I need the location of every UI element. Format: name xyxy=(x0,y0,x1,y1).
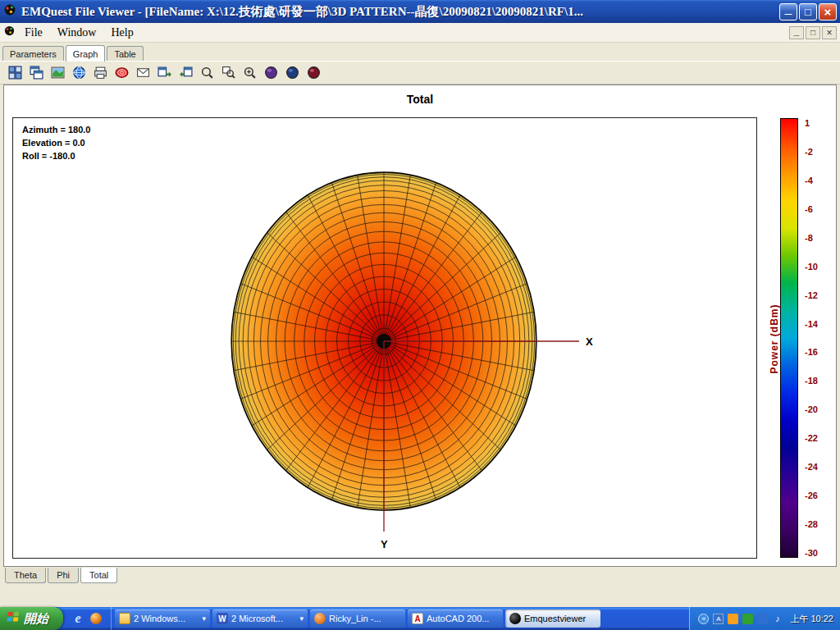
annotation-elevation: Elevation = 0.0 xyxy=(22,136,90,149)
colorbar-tick: -4 xyxy=(805,176,813,185)
word-icon xyxy=(217,613,228,624)
colorbar-tick: -26 xyxy=(805,491,818,500)
view-tabstrip: Parameters Graph Table xyxy=(0,43,840,61)
cascade-windows-icon[interactable] xyxy=(26,63,46,83)
antivirus-icon[interactable] xyxy=(742,614,753,624)
colorbar-tick-labels: 1-2-4-6-8-10-12-14-16-18-20-22-24-26-28-… xyxy=(805,123,836,553)
document-icon xyxy=(3,25,16,40)
taskbar-clock[interactable]: 上午 10:22 xyxy=(790,613,833,625)
x-axis-label: X xyxy=(586,336,593,348)
menu-bar: File Window Help xyxy=(0,23,840,43)
tile-windows-icon[interactable] xyxy=(5,63,25,83)
network-icon[interactable] xyxy=(757,614,768,624)
export-window-icon[interactable] xyxy=(154,63,174,83)
taskbar-button-messenger[interactable]: Ricky_Lin -... xyxy=(310,609,405,628)
tab-table[interactable]: Table xyxy=(107,46,143,62)
colorbar-tick: -24 xyxy=(805,462,818,472)
annotation-azimuth: Azimuth = 180.0 xyxy=(22,123,90,136)
colorbar-tick: -6 xyxy=(805,204,813,214)
mdi-window-controls xyxy=(788,26,837,39)
folder-icon xyxy=(119,613,130,624)
import-window-icon[interactable] xyxy=(176,63,195,83)
quick-launch: e xyxy=(63,607,112,630)
colorbar-tick: -12 xyxy=(805,290,818,300)
sphere-maroon-icon[interactable] xyxy=(304,63,323,83)
colorbar xyxy=(780,118,798,558)
tab-theta[interactable]: Theta xyxy=(5,568,46,583)
plot-frame: XY xyxy=(12,117,757,559)
colorbar-tick: 1 xyxy=(805,118,810,128)
print-icon[interactable] xyxy=(90,63,110,83)
mdi-close-button[interactable] xyxy=(822,26,837,39)
title-bar: EMQuest File Viewer - [FileName: X:\12.技… xyxy=(0,0,840,23)
colorbar-tick: -30 xyxy=(805,548,818,558)
plot-title: Total xyxy=(4,93,836,106)
system-tray: 上午 10:22 xyxy=(689,607,840,630)
close-button[interactable] xyxy=(819,3,837,21)
colorbar-tick: -18 xyxy=(805,376,818,386)
globe-icon[interactable] xyxy=(69,63,89,83)
colorbar-axis-label: Power (dBm) xyxy=(769,294,780,384)
zoom-icon[interactable] xyxy=(197,63,217,83)
maximize-button[interactable] xyxy=(799,3,817,21)
colorbar-tick: -2 xyxy=(805,147,813,157)
menu-help[interactable]: Help xyxy=(103,25,140,41)
colorbar-tick: -14 xyxy=(805,319,818,329)
plot-annotations: Azimuth = 180.0 Elevation = 0.0 Roll = -… xyxy=(22,123,90,162)
mail-icon[interactable] xyxy=(133,63,153,83)
annotation-roll: Roll = -180.0 xyxy=(22,149,90,162)
colorbar-tick: -10 xyxy=(805,262,818,272)
taskbar-button-label: Ricky_Lin -... xyxy=(329,614,401,623)
emquest-icon xyxy=(509,613,521,624)
taskbar-button-label: Emquestviewer xyxy=(524,614,596,623)
emquest-file-viewer-window: EMQuest File Viewer - [FileName: X:\12.技… xyxy=(0,0,840,630)
tab-parameters[interactable]: Parameters xyxy=(2,46,64,62)
y-axis-label: Y xyxy=(381,538,388,550)
internet-explorer-icon[interactable]: e xyxy=(71,612,84,625)
graph-panel: Total XY Azimuth = 180.0 Elevation = 0.0… xyxy=(3,84,837,567)
toolbar xyxy=(0,61,840,84)
app-icon xyxy=(3,3,16,20)
windows-flag-icon xyxy=(7,610,20,627)
colorbar-tick: -20 xyxy=(805,404,818,414)
start-button[interactable]: 開始 xyxy=(0,607,63,630)
sphere-navy-icon[interactable] xyxy=(282,63,302,83)
taskbar-button-word[interactable]: 2 Microsoft...▾ xyxy=(212,609,308,628)
messenger-icon xyxy=(314,613,326,624)
mdi-restore-button[interactable] xyxy=(806,26,820,39)
chevron-down-icon: ▾ xyxy=(202,614,206,623)
tab-phi[interactable]: Phi xyxy=(48,568,79,583)
menu-window[interactable]: Window xyxy=(50,25,104,41)
menu-file[interactable]: File xyxy=(17,25,50,41)
taskbar-button-label: AutoCAD 200... xyxy=(427,614,499,623)
taskbar-button-label: 2 Microsoft... xyxy=(231,614,296,623)
zoom-in-icon[interactable] xyxy=(240,63,259,83)
task-buttons: 2 Windows...▾2 Microsoft...▾Ricky_Lin -.… xyxy=(112,609,689,628)
mdi-minimize-button[interactable] xyxy=(789,26,804,39)
image-chart-icon[interactable] xyxy=(48,63,67,83)
start-label: 開始 xyxy=(24,611,48,627)
chevron-down-icon: ▾ xyxy=(299,614,304,623)
polar-plot-icon[interactable] xyxy=(112,63,131,83)
colorbar-tick: -28 xyxy=(805,519,818,529)
colorbar-tick: -8 xyxy=(805,233,813,243)
minimize-button[interactable] xyxy=(779,3,797,21)
plot-tabstrip: Theta Phi Total xyxy=(3,568,837,586)
radiation-pattern-3d-plot[interactable]: XY xyxy=(13,118,756,558)
volume-icon[interactable] xyxy=(772,614,783,624)
taskbar-button-emquest[interactable]: Emquestviewer xyxy=(505,609,600,628)
taskbar: 開始 e 2 Windows...▾2 Microsoft...▾Ricky_L… xyxy=(0,607,840,630)
tab-total[interactable]: Total xyxy=(80,568,117,583)
update-notifier-icon[interactable] xyxy=(728,614,738,624)
hide-icons-icon[interactable] xyxy=(698,614,709,624)
media-player-icon[interactable] xyxy=(89,612,103,625)
colorbar-tick: -16 xyxy=(805,347,818,357)
language-icon[interactable] xyxy=(713,614,724,624)
taskbar-button-autocad[interactable]: AutoCAD 200... xyxy=(408,609,503,628)
sphere-purple-icon[interactable] xyxy=(261,63,281,83)
tray-icons xyxy=(698,614,783,624)
tab-graph[interactable]: Graph xyxy=(66,45,106,62)
zoom-window-icon[interactable] xyxy=(218,63,238,83)
taskbar-button-folder[interactable]: 2 Windows...▾ xyxy=(115,609,210,628)
taskbar-button-label: 2 Windows... xyxy=(134,614,199,623)
